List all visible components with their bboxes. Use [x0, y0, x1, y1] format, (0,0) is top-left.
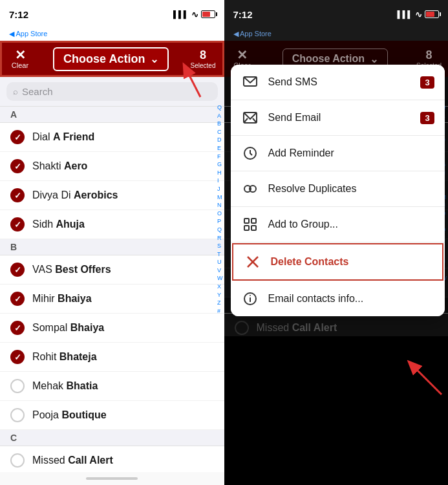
- contact-checkbox: ✓: [10, 130, 25, 144]
- status-icons: ▌▌▌ ∿: [173, 10, 215, 19]
- svg-rect-11: [244, 226, 249, 230]
- scroll-indicator-left: [0, 472, 224, 485]
- contact-checkbox: ✓: [10, 188, 25, 202]
- battery-icon-right: [425, 10, 439, 18]
- menu-item-resolve-duplicates[interactable]: Resolve Duplicates: [231, 171, 445, 207]
- contact-name: Dial A Friend: [32, 131, 94, 143]
- menu-item-label-sms: Send SMS: [268, 76, 412, 88]
- reminder-icon: [241, 144, 259, 162]
- menu-item-label-delete: Delete Contacts: [271, 256, 432, 268]
- menu-item-label-group: Add to Group...: [268, 219, 435, 230]
- delete-icon: [244, 253, 262, 271]
- contact-name: Sompal Bhaiya: [32, 322, 104, 334]
- contact-checkbox: ✓: [10, 159, 25, 173]
- contact-item[interactable]: Pooja Boutique: [0, 401, 224, 430]
- contact-name: Rohit Bhateja: [32, 351, 97, 363]
- svg-point-17: [250, 296, 250, 296]
- wifi-icon-right: ∿: [415, 10, 422, 19]
- search-bar: ⌕ Search: [0, 77, 224, 107]
- contact-name: Shakti Aero: [32, 160, 87, 172]
- right-panel: 7:12 ▌▌▌ ∿ ◀ App Store ✕ Clear Choose Ac…: [224, 0, 449, 485]
- contact-checkbox: [10, 379, 25, 393]
- group-icon: [241, 215, 259, 233]
- menu-item-label-duplicates: Resolve Duplicates: [268, 183, 435, 195]
- contact-checkbox: ✓: [10, 350, 25, 364]
- selected-count: 8 Selected: [191, 48, 216, 70]
- contact-checkbox: [10, 408, 25, 422]
- contact-item[interactable]: Missed Call Alert: [0, 446, 224, 472]
- search-input-wrap[interactable]: ⌕ Search: [6, 82, 218, 101]
- sms-icon: [241, 73, 259, 91]
- menu-item-email-info[interactable]: Email contacts info...: [231, 281, 445, 316]
- menu-item-label-email-info: Email contacts info...: [268, 293, 435, 305]
- sms-badge: 3: [420, 76, 434, 89]
- menu-item-delete-contacts[interactable]: Delete Contacts: [232, 243, 444, 281]
- toolbar-left: ✕ Clear Choose Action ⌄ 8 Selected: [0, 41, 224, 77]
- contact-name: Mihir Bhaiya: [32, 293, 92, 305]
- svg-rect-9: [244, 219, 249, 223]
- battery-icon: [201, 10, 215, 18]
- signal-icon: ▌▌▌: [173, 10, 188, 18]
- section-header-c: C: [0, 430, 224, 446]
- left-panel: 7:12 ▌▌▌ ∿ ◀ App Store ✕ Clear Choose Ac…: [0, 0, 224, 485]
- contact-item[interactable]: Mehak Bhatia: [0, 372, 224, 401]
- email-icon: [241, 109, 259, 127]
- contact-item[interactable]: ✓ Divya Di Aerobics: [0, 181, 224, 210]
- search-placeholder: Search: [22, 86, 53, 97]
- info-icon: [241, 290, 259, 308]
- arrow-annotation-right: [396, 349, 448, 401]
- menu-item-label-email: Send Email: [268, 112, 412, 124]
- back-arrow: ◀: [9, 30, 14, 38]
- search-icon: ⌕: [13, 87, 18, 96]
- contact-checkbox: ✓: [10, 217, 25, 232]
- back-arrow-right: ◀: [233, 30, 239, 38]
- clear-button[interactable]: ✕ Clear: [8, 48, 32, 69]
- clear-x-icon: ✕: [15, 48, 26, 61]
- menu-item-send-sms[interactable]: Send SMS 3: [231, 65, 445, 100]
- contact-item[interactable]: ✓ Sompal Bhaiya: [0, 314, 224, 343]
- contact-item[interactable]: ✓ Mihir Bhaiya: [0, 285, 224, 314]
- email-badge: 3: [420, 112, 434, 124]
- contact-list-left: ✓ Dial A Friend ✓ Shakti Aero ✓ Divya Di…: [0, 123, 224, 472]
- dropdown-menu: Send SMS 3 Send Email 3: [231, 65, 445, 316]
- svg-rect-12: [251, 226, 256, 230]
- status-bar-left: 7:12 ▌▌▌ ∿: [0, 0, 224, 28]
- menu-item-add-reminder[interactable]: Add Reminder: [231, 136, 445, 171]
- contact-item[interactable]: ✓ Dial A Friend: [0, 123, 224, 152]
- status-time-right: 7:12: [233, 9, 253, 20]
- choose-action-button[interactable]: Choose Action ⌄: [53, 47, 169, 71]
- clear-x-icon-right: ✕: [237, 48, 248, 61]
- app-store-back[interactable]: ◀ App Store: [0, 28, 224, 41]
- toolbar-center: Choose Action ⌄: [32, 47, 191, 71]
- duplicates-icon: [241, 180, 259, 198]
- status-bar-right: 7:12 ▌▌▌ ∿: [224, 0, 449, 28]
- app-store-back-right[interactable]: ◀ App Store: [224, 28, 449, 41]
- section-header-b: B: [0, 239, 224, 255]
- contact-name: Divya Di Aerobics: [32, 189, 118, 201]
- contact-item[interactable]: ✓ Sidh Ahuja: [0, 210, 224, 239]
- chevron-icon-right: ⌄: [370, 53, 378, 65]
- contact-checkbox: ✓: [10, 292, 25, 306]
- contact-item[interactable]: ✓ Rohit Bhateja: [0, 343, 224, 372]
- chevron-down-icon: ⌄: [150, 53, 158, 65]
- status-icons-right: ▌▌▌ ∿: [398, 10, 439, 19]
- alpha-index-left[interactable]: Q A B C D E F G H I J M N O P Q R S T U …: [217, 103, 223, 315]
- contact-name: VAS Best Offers: [32, 264, 111, 275]
- contact-name: Mehak Bhatia: [32, 380, 98, 392]
- menu-item-add-to-group[interactable]: Add to Group...: [231, 207, 445, 242]
- svg-rect-10: [251, 219, 256, 223]
- menu-item-send-email[interactable]: Send Email 3: [231, 100, 445, 136]
- section-header-a: A: [0, 107, 224, 123]
- contact-checkbox: [10, 453, 25, 468]
- clear-label: Clear: [12, 61, 28, 69]
- svg-line-19: [412, 365, 442, 394]
- signal-icon-right: ▌▌▌: [398, 10, 412, 18]
- choose-action-label: Choose Action: [63, 52, 145, 66]
- contact-checkbox: ✓: [10, 263, 25, 277]
- wifi-icon: ∿: [191, 10, 198, 19]
- contact-item[interactable]: ✓ Shakti Aero: [0, 152, 224, 181]
- contact-name: Sidh Ahuja: [32, 219, 85, 230]
- contact-item[interactable]: ✓ VAS Best Offers: [0, 255, 224, 285]
- contact-checkbox: ✓: [10, 321, 25, 335]
- menu-item-label-reminder: Add Reminder: [268, 147, 435, 159]
